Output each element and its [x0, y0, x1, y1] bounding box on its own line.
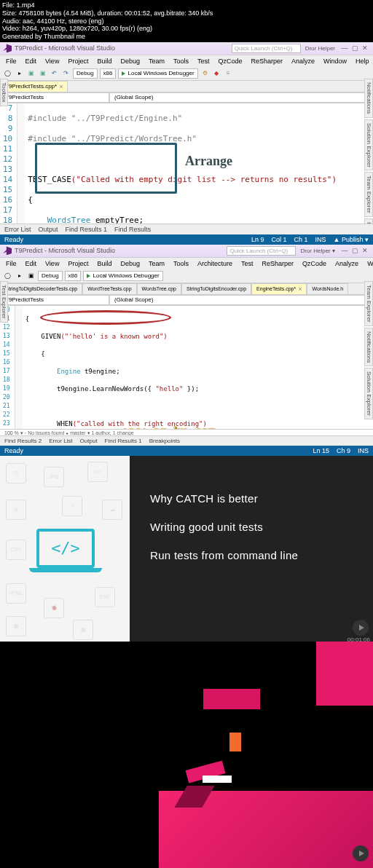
menu-window[interactable]: Window	[321, 57, 350, 66]
left-sidebar[interactable]: Test Explorer	[0, 281, 8, 323]
nav-fwd-icon[interactable]: ▸	[15, 68, 24, 78]
tab-t9predicttests-cpp[interactable]: T9PredictTests.cpp*×	[0, 81, 68, 92]
menu-tools[interactable]: Tools	[170, 57, 192, 66]
save-icon[interactable]: ▣	[26, 68, 36, 78]
menu-file[interactable]: File	[3, 57, 20, 66]
menu-analyze[interactable]: Analyze	[332, 259, 361, 268]
side-test-explorer[interactable]: Test Explorer	[0, 281, 8, 323]
titlebar[interactable]: T9Predict - Microsoft Visual Studio Quic…	[0, 42, 373, 55]
status-publish[interactable]: ▲ Publish ▾	[334, 236, 369, 243]
nav-back-icon[interactable]: ◯	[3, 68, 12, 78]
save-icon[interactable]: ▣	[26, 271, 36, 280]
config-select[interactable]: Debug	[73, 68, 98, 79]
side-solution-explorer[interactable]: Solution Explorer	[364, 119, 373, 171]
close-tab-icon[interactable]: ×	[59, 83, 63, 90]
left-sidebar[interactable]: Toolbox	[0, 79, 8, 106]
save-all-icon[interactable]: ▣	[38, 68, 47, 78]
menu-analyze[interactable]: Analyze	[288, 57, 318, 66]
scope-dropdown[interactable]: (Global Scope)	[109, 295, 373, 305]
tab-find1[interactable]: Find Results 1	[66, 226, 108, 233]
tb-icon-2[interactable]: ◆	[212, 68, 221, 78]
tb-icon-1[interactable]: ⚙	[200, 68, 210, 78]
start-debug-button[interactable]: Local Windows Debugger	[118, 68, 197, 79]
tab-encoder[interactable]: StringToDigitsEncoder.cpp	[181, 283, 251, 294]
signin-label[interactable]: Dror Helper	[305, 45, 335, 52]
menu-project[interactable]: Project	[65, 57, 91, 66]
menu-window[interactable]: Window	[364, 259, 373, 268]
tab-wordstree[interactable]: WordsTree.cpp	[137, 283, 181, 294]
menu-team[interactable]: Team	[146, 259, 168, 268]
platform-select[interactable]: x86	[100, 68, 117, 79]
quick-launch-input[interactable]: Quick Launch (Ctrl+Q)	[227, 246, 296, 256]
redo-icon[interactable]: ↷	[61, 68, 71, 78]
tab-wordsnode[interactable]: WordsNode.h	[307, 283, 348, 294]
menu-file[interactable]: File	[3, 259, 20, 268]
tab-output[interactable]: Output	[39, 226, 58, 233]
menu-arch[interactable]: Architecture	[195, 259, 235, 268]
menu-team[interactable]: Team	[146, 57, 168, 66]
tab-output[interactable]: Output	[80, 438, 98, 444]
menu-help[interactable]: Help	[353, 57, 372, 66]
tab-errorlist[interactable]: Error List	[4, 226, 31, 233]
menu-view[interactable]: View	[42, 57, 62, 66]
menu-build[interactable]: Build	[94, 259, 114, 268]
menu-debug[interactable]: Debug	[117, 57, 143, 66]
side-team-explorer[interactable]: Team Explorer	[364, 281, 373, 326]
document-tabs[interactable]: T9PredictTests.cpp*×	[0, 81, 373, 92]
class-dropdown[interactable]: T9PredictTests	[0, 295, 109, 305]
side-toolbox[interactable]: Toolbox	[0, 79, 8, 106]
toolbar[interactable]: ◯ ▸ ▣ Debug x86 Local Windows Debugger	[0, 269, 373, 283]
main-menu[interactable]: File Edit View Project Build Debug Team …	[0, 258, 373, 269]
output-tabs[interactable]: Find Results 2 Error List Output Find Re…	[0, 435, 373, 446]
tab-find1[interactable]: Find Results 1	[105, 438, 142, 444]
tab-decodertests[interactable]: StringToDigitsDecoderTests.cpp	[0, 283, 82, 294]
tab-enginetests[interactable]: EngineTests.cpp*×	[251, 283, 307, 294]
play-overlay-icon[interactable]	[353, 845, 369, 861]
close-tab-icon[interactable]: ×	[298, 285, 302, 293]
editor-navbar[interactable]: T9PredictTests (Global Scope)	[0, 295, 373, 306]
nav-back-icon[interactable]: ◯	[3, 271, 12, 280]
side-notifications[interactable]: Notifications	[364, 328, 373, 367]
maximize-button[interactable]: ▢	[350, 44, 360, 52]
menu-test[interactable]: Test	[195, 57, 213, 66]
menu-project[interactable]: Project	[65, 259, 91, 268]
tab-find2[interactable]: Find Results 2	[4, 438, 42, 444]
side-solution-explorer[interactable]: Solution Explorer	[364, 368, 373, 419]
quick-launch-input[interactable]: Quick Launch (Ctrl+Q)	[232, 44, 301, 53]
tb-icon-3[interactable]: ≡	[224, 68, 233, 78]
toolbar[interactable]: ◯ ▸ ▣ ▣ ↶ ↷ Debug x86 Local Windows Debu…	[0, 67, 373, 81]
breakpoint-margin[interactable]	[15, 306, 23, 431]
signin-label[interactable]: Dror Helper ▾	[300, 248, 335, 254]
tab-breakpoints[interactable]: Breakpoints	[149, 438, 180, 444]
menu-tools[interactable]: Tools	[170, 259, 192, 268]
undo-icon[interactable]: ↶	[50, 68, 59, 78]
config-select[interactable]: Debug	[38, 271, 63, 281]
titlebar[interactable]: T9Predict - Microsoft Visual Studio Quic…	[0, 245, 373, 258]
menu-qzcode[interactable]: QzCode	[299, 259, 329, 268]
class-dropdown[interactable]: T9PredictTests	[0, 92, 109, 103]
side-team-explorer[interactable]: Team Explorer	[364, 172, 373, 217]
menu-resharper[interactable]: ReSharper	[259, 259, 297, 268]
tab-wordtreetests[interactable]: WordTreeTests.cpp	[82, 283, 136, 294]
maximize-button[interactable]: ▢	[350, 247, 360, 254]
menu-view[interactable]: View	[42, 259, 62, 268]
main-menu[interactable]: File Edit View Project Build Debug Team …	[0, 55, 373, 67]
minimize-button[interactable]: —	[339, 247, 350, 254]
scope-dropdown[interactable]: (Global Scope)	[109, 92, 373, 103]
menu-debug[interactable]: Debug	[117, 259, 143, 268]
editor-navbar[interactable]: T9PredictTests (Global Scope)	[0, 92, 373, 103]
menu-edit[interactable]: Edit	[23, 259, 40, 268]
document-tabs[interactable]: StringToDigitsDecoderTests.cpp WordTreeT…	[0, 283, 373, 295]
code-editor[interactable]: 10111213141516171819202122232425262728 {…	[0, 306, 373, 431]
menu-qzcode[interactable]: QzCode	[216, 57, 246, 66]
right-sidebar[interactable]: Team Explorer Notifications Solution Exp…	[364, 281, 373, 419]
menu-edit[interactable]: Edit	[23, 57, 40, 66]
tab-find[interactable]: Find Results	[114, 226, 151, 233]
platform-select[interactable]: x86	[65, 271, 82, 281]
nav-fwd-icon[interactable]: ▸	[15, 271, 24, 280]
side-notifications[interactable]: Notifications	[364, 79, 373, 118]
close-button[interactable]: ✕	[360, 44, 370, 52]
close-button[interactable]: ✕	[360, 247, 370, 254]
tab-errorlist[interactable]: Error List	[49, 438, 72, 444]
play-overlay-icon[interactable]	[353, 620, 369, 636]
